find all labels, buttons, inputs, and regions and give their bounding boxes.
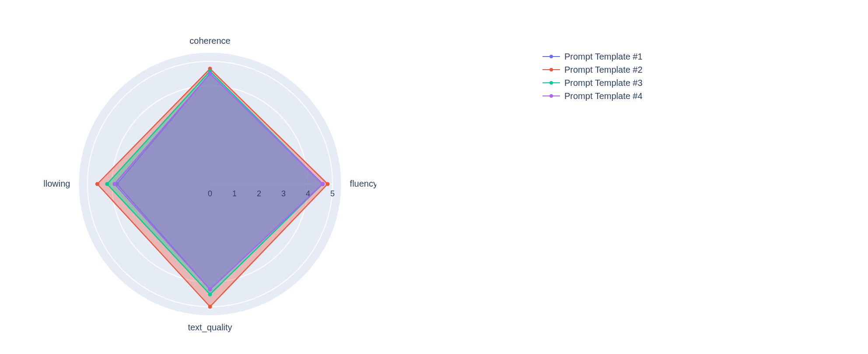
legend-swatch [542,69,560,70]
legend-swatch [542,56,560,57]
legend: Prompt Template #1Prompt Template #2Prom… [542,50,643,103]
radial-tick-label: 0 [208,189,212,198]
legend-label: Prompt Template #1 [564,52,643,62]
series-marker [95,182,99,186]
series-marker [208,287,212,291]
series-marker [321,182,325,186]
series-marker [208,305,212,309]
series-marker [112,182,116,186]
legend-item[interactable]: Prompt Template #1 [542,50,643,63]
legend-swatch [542,96,560,96]
legend-item[interactable]: Prompt Template #3 [542,77,643,89]
radial-tick-label: 1 [232,189,237,198]
radial-tick-label: 2 [257,189,261,198]
category-label: coherence [189,36,230,46]
legend-item[interactable]: Prompt Template #2 [542,64,643,76]
radar-chart: 012345fluencycoherenceinstruction_follow… [44,18,376,350]
series-marker [208,293,212,297]
series-marker [105,182,109,186]
category-label: text_quality [188,322,232,333]
series-marker [326,182,329,186]
category-label: instruction_following [44,179,70,189]
legend-item[interactable]: Prompt Template #4 [542,90,643,102]
legend-label: Prompt Template #2 [564,65,643,75]
legend-label: Prompt Template #3 [564,78,643,88]
legend-label: Prompt Template #4 [564,91,643,101]
radial-tick-label: 3 [281,189,286,198]
legend-swatch [542,82,560,83]
radial-tick-label: 4 [306,189,310,198]
category-label: fluency [350,179,376,188]
series-marker [208,72,212,76]
radial-tick-label: 5 [330,189,335,198]
